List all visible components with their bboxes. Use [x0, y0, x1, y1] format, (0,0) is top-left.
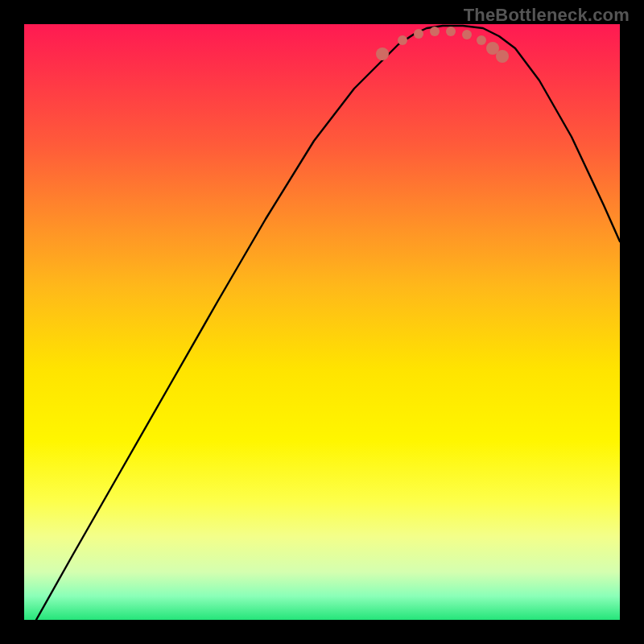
- marker-point: [430, 27, 440, 36]
- watermark-text: TheBottleneck.com: [464, 5, 630, 26]
- marker-point: [398, 35, 407, 45]
- marker-point: [462, 30, 472, 39]
- marker-point: [376, 47, 389, 60]
- marker-point: [496, 50, 509, 63]
- chart-frame: TheBottleneck.com: [0, 0, 644, 644]
- plot-area: [24, 24, 620, 620]
- marker-point: [446, 27, 456, 36]
- marker-point: [414, 29, 423, 39]
- curve-svg: [24, 24, 620, 620]
- marker-point: [477, 35, 486, 45]
- bottleneck-curve: [36, 26, 620, 620]
